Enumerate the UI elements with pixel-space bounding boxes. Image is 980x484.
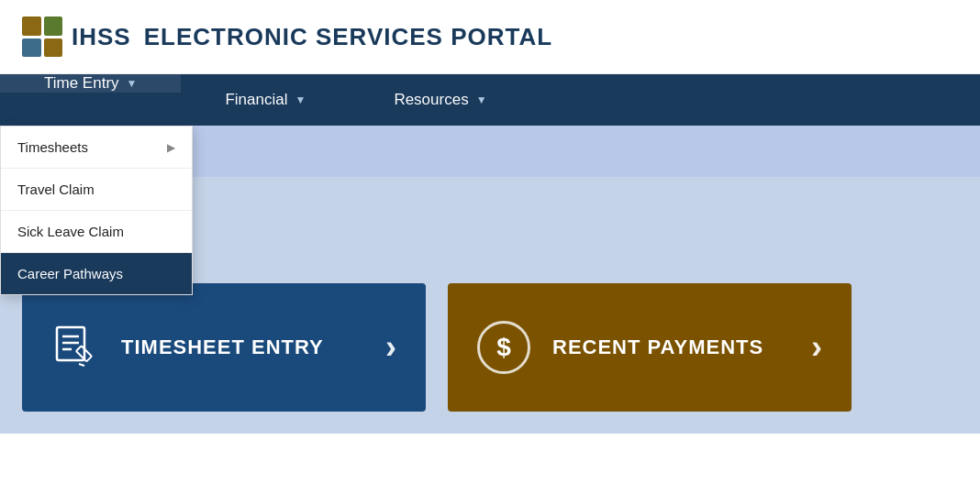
timesheet-entry-card-label: TIMESHEET ENTRY xyxy=(121,336,363,359)
nav-item-time-entry-label: Time Entry xyxy=(44,74,119,93)
dropdown-menu: Timesheets ▶ Travel Claim Sick Leave Cla… xyxy=(0,126,193,295)
nav-item-financial-label: Financial xyxy=(225,91,287,109)
logo-grid xyxy=(22,16,62,57)
timesheet-entry-card[interactable]: TIMESHEET ENTRY › xyxy=(22,283,426,412)
recent-payments-card[interactable]: $ RECENT PAYMENTS › xyxy=(448,283,852,412)
recent-payments-card-label: RECENT PAYMENTS xyxy=(552,336,789,359)
portal-title: ELECTRONIC SERVICES PORTAL xyxy=(144,23,552,51)
nav-item-resources-arrow: ▼ xyxy=(476,94,487,106)
dropdown-item-sick-leave-claim[interactable]: Sick Leave Claim xyxy=(1,211,192,253)
nav-item-resources[interactable]: Resources ▼ xyxy=(350,74,530,126)
cards-row: TIMESHEET ENTRY › $ RECENT PAYMENTS › xyxy=(22,283,958,412)
dropdown-item-timesheets-label: Timesheets xyxy=(17,139,88,155)
logo-abbr: IHSS xyxy=(72,23,131,51)
nav-item-time-entry-arrow: ▼ xyxy=(127,77,138,90)
timesheet-entry-chevron-icon: › xyxy=(385,328,396,367)
nav-item-time-entry[interactable]: Time Entry ▼ xyxy=(0,74,181,93)
dropdown-item-travel-claim-label: Travel Claim xyxy=(17,182,95,197)
dropdown-item-travel-claim[interactable]: Travel Claim xyxy=(1,169,192,211)
dollar-sign: $ xyxy=(496,333,511,362)
nav-item-financial-arrow: ▼ xyxy=(295,94,306,106)
nav-item-wrapper-time-entry: Time Entry ▼ Timesheets ▶ Travel Claim S… xyxy=(0,74,181,126)
navbar: Time Entry ▼ Timesheets ▶ Travel Claim S… xyxy=(0,74,980,126)
dropdown-item-career-pathways-label: Career Pathways xyxy=(17,266,123,281)
nav-item-financial[interactable]: Financial ▼ xyxy=(181,74,350,126)
header: IHSS ELECTRONIC SERVICES PORTAL xyxy=(0,0,980,74)
dropdown-item-sick-leave-claim-label: Sick Leave Claim xyxy=(17,224,124,239)
submenu-arrow-icon: ▶ xyxy=(167,141,175,154)
dropdown-item-timesheets[interactable]: Timesheets ▶ xyxy=(1,126,192,169)
dollar-circle-icon: $ xyxy=(477,321,530,374)
dropdown-item-career-pathways[interactable]: Career Pathways xyxy=(1,253,192,294)
svg-line-5 xyxy=(79,364,84,366)
recent-payments-chevron-icon: › xyxy=(811,328,822,367)
timesheet-icon xyxy=(51,324,99,371)
nav-item-resources-label: Resources xyxy=(394,91,468,109)
